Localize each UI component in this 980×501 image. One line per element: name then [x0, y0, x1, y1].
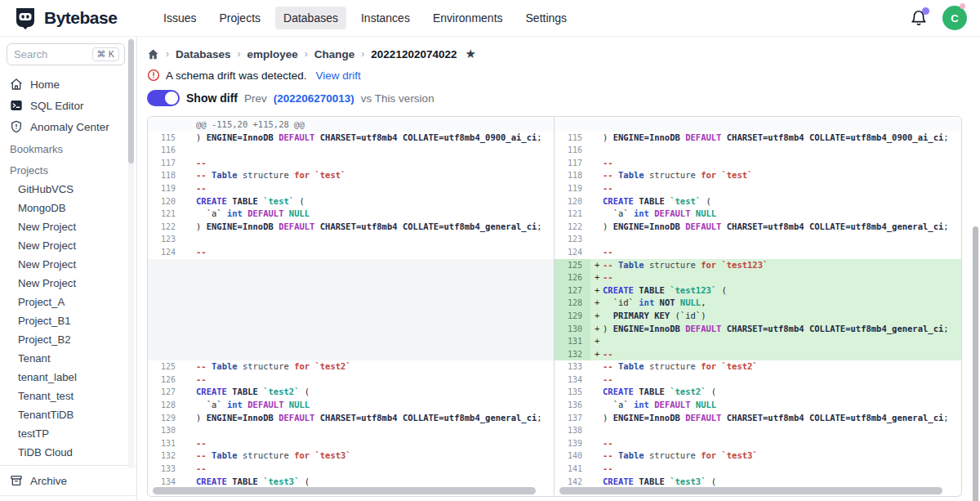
diff-marker [184, 348, 196, 361]
sidebar-item-home[interactable]: Home [7, 74, 125, 95]
project-item[interactable]: TenantTiDB [7, 405, 125, 424]
diff-code-row: 121 `a` int DEFAULT NULL [148, 208, 554, 221]
user-avatar[interactable]: C [942, 6, 967, 30]
diff-marker [590, 132, 603, 145]
line-number: 140 [555, 450, 590, 463]
diff-code-row: 142CREATE TABLE `test3` ( [555, 476, 961, 489]
line-number: 125 [148, 360, 184, 374]
divider [0, 495, 136, 496]
diff-code-row: 122) ENGINE=InnoDB DEFAULT CHARSET=utf8m… [555, 221, 961, 234]
page-scrollbar-thumb[interactable] [973, 226, 978, 501]
project-item[interactable]: Project_A [7, 293, 125, 311]
code-line: -- [196, 463, 554, 476]
code-line: -- [603, 271, 961, 284]
breadcrumb-employee[interactable]: employee [247, 48, 298, 60]
line-number: 127 [555, 284, 590, 297]
project-item[interactable]: MongoDB [7, 199, 125, 217]
line-number: 123 [555, 233, 590, 246]
diff-added-row: 130+) ENGINE=InnoDB DEFAULT CHARSET=utf8… [555, 323, 961, 336]
nav-link-settings[interactable]: Settings [518, 7, 576, 29]
sidebar-item-sql-editor[interactable]: SQL Editor [7, 95, 125, 116]
line-number: 134 [555, 374, 590, 387]
nav-link-issues[interactable]: Issues [155, 7, 204, 29]
sidebar-section-projects[interactable]: Projects [7, 159, 125, 180]
sidebar-scrollbar-thumb[interactable] [128, 39, 134, 163]
horizontal-scrollbar-thumb[interactable] [559, 487, 942, 494]
nav-link-projects[interactable]: Projects [211, 7, 269, 29]
top-navbar: Bytebase IssuesProjectsDatabasesInstance… [0, 0, 980, 37]
diff-code-row: 116 [148, 144, 554, 157]
code-line: -- [196, 182, 554, 195]
project-item[interactable]: Tenant_test [7, 387, 125, 405]
project-item[interactable]: New Project [7, 217, 125, 236]
line-number: 118 [148, 169, 184, 182]
code-line [196, 233, 554, 246]
sidebar-item-archive[interactable]: Archive [7, 469, 125, 492]
project-item[interactable]: New Project [7, 236, 125, 255]
diff-code-row: 115) ENGINE=InnoDB DEFAULT CHARSET=utf8m… [555, 132, 961, 145]
nav-link-databases[interactable]: Databases [275, 7, 346, 29]
diff-code-row: 118-- Table structure for `test` [148, 169, 554, 182]
diff-code-row: 140-- Table structure for `test3` [555, 450, 961, 463]
home-icon[interactable] [147, 48, 159, 60]
project-item[interactable]: testTP [7, 424, 125, 443]
project-item[interactable]: Tenant [7, 349, 125, 368]
line-number: 131 [148, 437, 184, 450]
line-number: 135 [555, 386, 590, 399]
code-line: @@ -115,20 +115,28 @@ [196, 119, 554, 132]
horizontal-scrollbar-thumb[interactable] [153, 487, 536, 494]
breadcrumb-databases[interactable]: Databases [176, 48, 231, 60]
diff-marker [184, 271, 196, 284]
view-drift-link[interactable]: View drift [316, 69, 361, 82]
project-item[interactable]: tenant_label [7, 368, 125, 387]
diff-marker: + [590, 259, 603, 272]
line-number: 124 [555, 246, 590, 259]
diff-marker [184, 259, 196, 272]
diff-code-row: 131-- [148, 437, 554, 450]
code-line: -- [196, 374, 554, 387]
code-line: ) ENGINE=InnoDB DEFAULT CHARSET=utf8mb4 … [603, 132, 961, 145]
project-item[interactable]: Project_B1 [7, 311, 125, 330]
breadcrumb-change[interactable]: Change [314, 48, 355, 60]
code-line: -- Table structure for `test2` [603, 360, 961, 374]
diff-marker [590, 144, 603, 157]
line-number: 122 [148, 221, 184, 234]
project-item[interactable]: GitHubVCS [7, 180, 125, 199]
diff-code-row: 141-- [555, 463, 961, 476]
bytebase-logo[interactable]: Bytebase [13, 6, 144, 30]
search-input[interactable]: Search ⌘ K [7, 43, 125, 65]
diff-added-row: 131+ [555, 335, 961, 348]
alert-text: A schema drift was detected. [166, 69, 307, 82]
show-diff-toggle[interactable] [147, 90, 180, 106]
archive-icon [10, 474, 23, 487]
diff-pane-current: 115) ENGINE=InnoDB DEFAULT CHARSET=utf8m… [555, 117, 961, 496]
code-line: `a` int DEFAULT NULL [603, 208, 961, 221]
star-icon[interactable]: ★ [465, 47, 475, 61]
sidebar-item-anomaly-center[interactable]: Anomaly Center [7, 116, 125, 137]
project-item[interactable]: TiDB Cloud [7, 443, 125, 462]
project-item[interactable]: New Project [7, 274, 125, 293]
line-number: 137 [555, 412, 590, 425]
line-number [148, 271, 184, 284]
shield-icon [10, 120, 23, 133]
sidebar-item-label: SQL Editor [30, 100, 84, 112]
diff-marker [590, 374, 603, 387]
code-line: -- [603, 437, 961, 450]
diff-marker: + [590, 297, 603, 310]
code-line: -- [603, 246, 961, 259]
nav-link-instances[interactable]: Instances [353, 7, 418, 29]
diff-added-row: 126+-- [555, 271, 961, 284]
prev-version-link[interactable]: (202206270013) [274, 92, 354, 105]
nav-link-environments[interactable]: Environments [425, 7, 511, 29]
diff-marker [184, 463, 196, 476]
diff-filler-row [148, 310, 554, 323]
main-nav: IssuesProjectsDatabasesInstancesEnvironm… [155, 7, 575, 29]
diff-code-row: 129) ENGINE=InnoDB DEFAULT CHARSET=utf8m… [148, 412, 554, 425]
diff-marker [184, 119, 196, 132]
project-item[interactable]: Project_B2 [7, 330, 125, 349]
sidebar-section-bookmarks[interactable]: Bookmarks [7, 137, 125, 159]
code-line [603, 233, 961, 246]
project-item[interactable]: New Project [7, 255, 125, 274]
notifications-button[interactable] [910, 9, 928, 27]
breadcrumb-separator: › [305, 48, 308, 60]
